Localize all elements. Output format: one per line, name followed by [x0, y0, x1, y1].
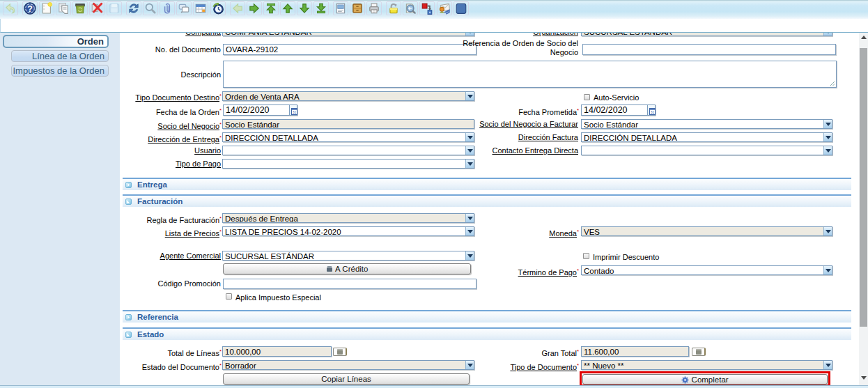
svg-text:?: ? [27, 4, 33, 14]
